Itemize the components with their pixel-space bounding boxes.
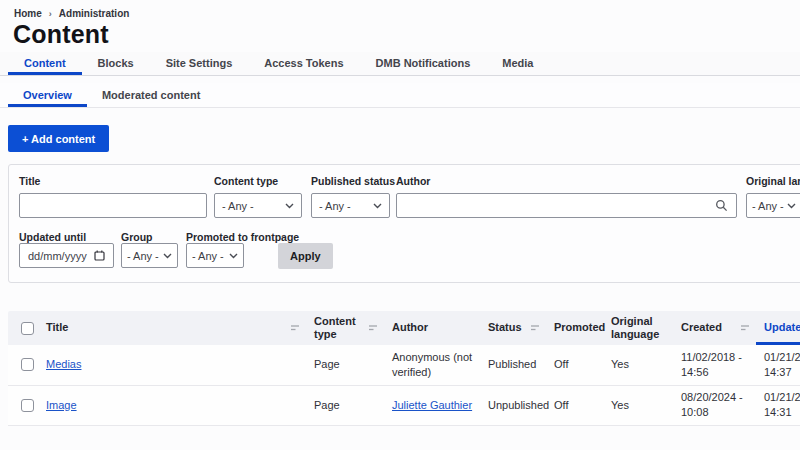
cell-original-language: Yes bbox=[603, 345, 673, 385]
filter-promoted-value: - Any - bbox=[192, 250, 224, 262]
filters-panel: Title Content type - Any - Published sta… bbox=[8, 164, 800, 283]
filter-original-language-label: Original language bbox=[746, 175, 800, 187]
apply-button[interactable]: Apply bbox=[278, 243, 333, 269]
tab-access-tokens[interactable]: Access Tokens bbox=[248, 52, 359, 75]
row-checkbox[interactable] bbox=[21, 399, 34, 412]
sort-icon[interactable] bbox=[740, 324, 750, 332]
filter-promoted-label: Promoted to frontpage bbox=[186, 231, 299, 243]
tab-content[interactable]: Content bbox=[8, 52, 82, 75]
filter-published-status-value: - Any - bbox=[319, 200, 351, 212]
column-header-status[interactable]: Status bbox=[488, 321, 522, 334]
column-header-created[interactable]: Created bbox=[681, 321, 722, 334]
chevron-down-icon bbox=[787, 203, 796, 209]
table-row: Image Page Juliette Gauthier Unpublished… bbox=[8, 385, 800, 425]
cell-content-type: Page bbox=[306, 345, 384, 385]
filter-original-language-select[interactable]: - Any - bbox=[746, 193, 800, 218]
tab-site-settings[interactable]: Site Settings bbox=[150, 52, 249, 75]
calendar-icon bbox=[94, 250, 105, 261]
column-header-promoted[interactable]: Promoted bbox=[554, 321, 605, 333]
breadcrumb-separator: › bbox=[49, 9, 52, 19]
content-table: Title Content type Author Status Promote… bbox=[8, 311, 800, 426]
breadcrumb: Home › Administration bbox=[14, 8, 129, 19]
search-icon bbox=[715, 199, 728, 212]
filter-group-select[interactable]: - Any - bbox=[121, 243, 178, 268]
cell-status: Published bbox=[480, 345, 546, 385]
breadcrumb-home-link[interactable]: Home bbox=[14, 8, 42, 19]
subtab-moderated-content[interactable]: Moderated content bbox=[87, 83, 215, 107]
admin-content-page: Home › Administration Content Content Bl… bbox=[0, 0, 800, 450]
page-title: Content bbox=[13, 20, 109, 49]
filter-content-type-label: Content type bbox=[214, 175, 278, 187]
tab-blocks[interactable]: Blocks bbox=[82, 52, 150, 75]
filter-author-label: Author bbox=[396, 175, 430, 187]
add-content-button[interactable]: + Add content bbox=[8, 125, 109, 152]
cell-created: 08/20/2024 - 10:08 bbox=[673, 385, 756, 425]
tab-dmb-notifications[interactable]: DMB Notifications bbox=[360, 52, 487, 75]
column-header-author[interactable]: Author bbox=[392, 321, 428, 333]
filter-group-label: Group bbox=[121, 231, 153, 243]
table-header-row: Title Content type Author Status Promote… bbox=[8, 311, 800, 345]
filter-promoted-select[interactable]: - Any - bbox=[186, 243, 244, 268]
content-title-link[interactable]: Medias bbox=[46, 358, 81, 370]
sort-icon[interactable] bbox=[530, 324, 540, 332]
cell-content-type: Page bbox=[306, 385, 384, 425]
cell-created: 11/02/2018 - 14:56 bbox=[673, 345, 756, 385]
filter-updated-until-date-input[interactable]: dd/mm/yyyy bbox=[19, 243, 114, 268]
row-checkbox[interactable] bbox=[21, 358, 34, 371]
filter-group-value: - Any - bbox=[127, 250, 159, 262]
primary-tabs: Content Blocks Site Settings Access Toke… bbox=[0, 52, 800, 76]
sort-icon[interactable] bbox=[290, 324, 300, 332]
content-title-link[interactable]: Image bbox=[46, 399, 77, 411]
sort-icon[interactable] bbox=[368, 324, 378, 332]
filter-author-input[interactable] bbox=[396, 193, 737, 218]
cell-author: Anonymous (not verified) bbox=[384, 345, 480, 385]
tab-media[interactable]: Media bbox=[486, 52, 549, 75]
filter-published-status-select[interactable]: - Any - bbox=[311, 193, 390, 218]
cell-updated: 01/21/2 14:37 bbox=[756, 345, 800, 385]
column-header-original-language[interactable]: Original language bbox=[611, 315, 659, 340]
cell-promoted: Off bbox=[546, 385, 603, 425]
column-header-title[interactable]: Title bbox=[46, 321, 68, 334]
author-link[interactable]: Juliette Gauthier bbox=[392, 399, 472, 411]
chevron-down-icon bbox=[163, 253, 172, 259]
chevron-down-icon bbox=[285, 203, 294, 209]
filter-content-type-value: - Any - bbox=[222, 200, 254, 212]
cell-original-language: Yes bbox=[603, 385, 673, 425]
column-header-updated[interactable]: Updated bbox=[764, 321, 800, 333]
filter-original-language-value: - Any - bbox=[752, 200, 784, 212]
filter-published-status-label: Published status bbox=[311, 175, 395, 187]
table-row: Medias Page Anonymous (not verified) Pub… bbox=[8, 345, 800, 385]
cell-updated: 01/21/2 14:31 bbox=[756, 385, 800, 425]
cell-status: Unpublished bbox=[480, 385, 546, 425]
secondary-tabs: Overview Moderated content bbox=[0, 83, 800, 108]
chevron-down-icon bbox=[373, 203, 382, 209]
breadcrumb-administration-link[interactable]: Administration bbox=[59, 8, 130, 19]
cell-promoted: Off bbox=[546, 345, 603, 385]
column-header-content-type[interactable]: Content type bbox=[314, 315, 364, 341]
filter-title-input[interactable] bbox=[19, 193, 207, 218]
filter-updated-until-label: Updated until bbox=[19, 231, 86, 243]
subtab-overview[interactable]: Overview bbox=[8, 83, 87, 107]
filter-content-type-select[interactable]: - Any - bbox=[214, 193, 302, 218]
filter-title-label: Title bbox=[19, 175, 40, 187]
chevron-down-icon bbox=[229, 253, 238, 259]
select-all-checkbox[interactable] bbox=[21, 322, 34, 335]
date-placeholder: dd/mm/yyyy bbox=[28, 250, 87, 262]
